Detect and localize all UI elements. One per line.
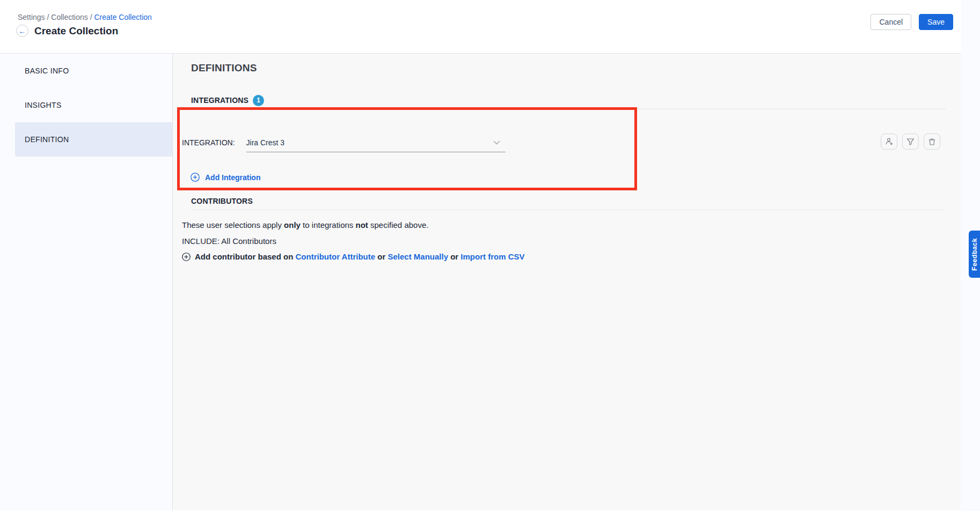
integration-row-actions: [881, 134, 940, 150]
circle-plus-icon: [182, 253, 191, 261]
breadcrumb-settings[interactable]: Settings: [18, 13, 45, 21]
filter-icon: [906, 138, 915, 146]
contributors-note: These user selections apply only to inte…: [182, 220, 946, 231]
app-window: Settings / Collections / Create Collecti…: [0, 0, 961, 511]
page: Settings / Collections / Create Collecti…: [0, 0, 980, 511]
contributors-section-title: CONTRIBUTORS: [191, 196, 946, 207]
breadcrumb-separator: /: [45, 13, 52, 21]
add-contributor-icon: [885, 137, 894, 146]
delete-icon: [928, 138, 936, 146]
integrations-section-header: INTEGRATIONS 1: [191, 94, 946, 106]
import-from-csv-link[interactable]: Import from CSV: [460, 252, 524, 261]
sidebar-item-basic-info[interactable]: BASIC INFO: [15, 54, 172, 88]
breadcrumb-collections[interactable]: Collections: [51, 13, 87, 21]
breadcrumb-separator: /: [88, 13, 94, 21]
header-actions: Cancel Save: [871, 14, 953, 30]
integrations-section-title: INTEGRATIONS: [191, 96, 248, 105]
contributor-attribute-link[interactable]: Contributor Attribute: [296, 252, 376, 261]
breadcrumb: Settings / Collections / Create Collecti…: [18, 13, 152, 21]
cancel-button[interactable]: Cancel: [871, 14, 911, 30]
page-header: Settings / Collections / Create Collecti…: [0, 0, 961, 54]
feedback-tab[interactable]: Feedback: [969, 231, 980, 278]
save-button[interactable]: Save: [919, 14, 953, 30]
contributors-divider: [191, 210, 946, 210]
breadcrumb-create-collection[interactable]: Create Collection: [94, 13, 151, 21]
include-line: INCLUDE: All Contributors: [182, 236, 946, 247]
select-manually-link[interactable]: Select Manually: [387, 252, 448, 261]
main-content: DEFINITIONS INTEGRATIONS 1 INTEGRATION: …: [173, 54, 961, 510]
integrations-divider: [191, 109, 946, 109]
sidebar-item-definition[interactable]: DEFINITION: [15, 122, 172, 157]
feedback-tab-label: Feedback: [971, 238, 978, 271]
sidebar: BASIC INFO INSIGHTS DEFINITION: [0, 54, 173, 510]
integration-select[interactable]: Jira Crest 3: [246, 133, 506, 152]
or-separator: or: [448, 252, 460, 261]
add-integration-link[interactable]: Add Integration: [191, 173, 946, 182]
body: BASIC INFO INSIGHTS DEFINITION DEFINITIO…: [0, 54, 961, 510]
add-contributor-prefix: Add contributor based on: [195, 252, 296, 261]
or-separator: or: [375, 252, 387, 261]
delete-button[interactable]: [924, 134, 940, 150]
sidebar-item-insights[interactable]: INSIGHTS: [15, 88, 172, 122]
circle-plus-icon: [191, 173, 200, 182]
integration-select-value: Jira Crest 3: [246, 138, 285, 147]
back-arrow-icon: ←: [19, 27, 26, 35]
chevron-down-icon: [493, 140, 500, 145]
page-title: Create Collection: [34, 25, 118, 37]
definitions-heading: DEFINITIONS: [191, 54, 946, 74]
back-button[interactable]: ←: [16, 25, 28, 37]
integrations-count-badge: 1: [253, 95, 264, 106]
add-integration-label: Add Integration: [205, 173, 260, 182]
add-contributor-button[interactable]: [881, 134, 897, 150]
filter-button[interactable]: [902, 134, 919, 150]
integration-row: INTEGRATION: Jira Crest 3: [182, 133, 946, 152]
title-row: ← Create Collection: [16, 25, 118, 37]
add-contributor-row: Add contributor based on Contributor Att…: [182, 251, 946, 262]
integration-label: INTEGRATION:: [182, 138, 235, 147]
